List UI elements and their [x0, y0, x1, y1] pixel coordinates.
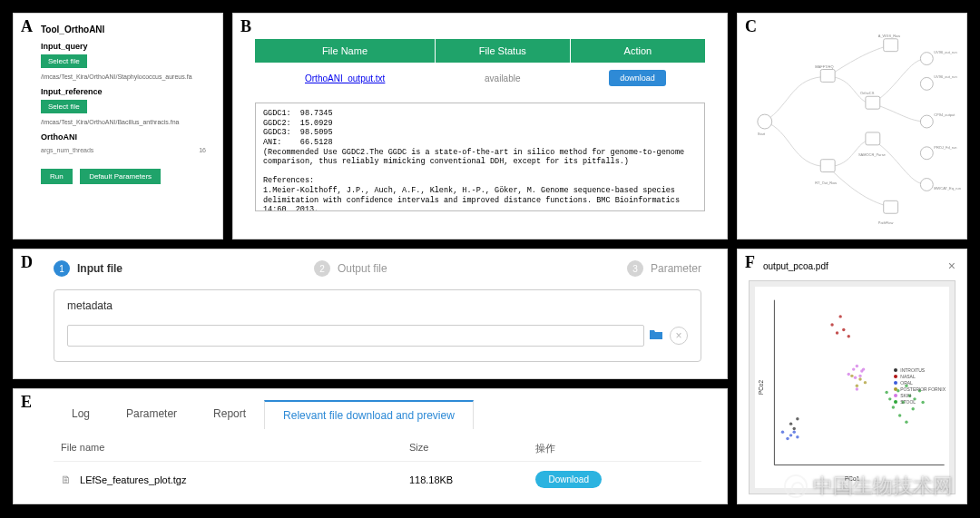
col-action: 操作	[535, 442, 694, 455]
x-axis-label: PCo1	[845, 475, 859, 482]
dl-header-action: Action	[570, 39, 705, 63]
panel-label-d: D	[21, 253, 33, 272]
panel-e: E Log Parameter Report Relevant file dow…	[13, 388, 728, 504]
svg-text:CP94_output: CP94_output	[934, 112, 956, 117]
svg-point-48	[854, 376, 857, 378]
folder-icon[interactable]	[650, 328, 662, 343]
legend-dot-icon	[894, 375, 897, 378]
svg-rect-6	[866, 96, 880, 109]
panel-label-e: E	[21, 393, 32, 412]
tab-report[interactable]: Report	[195, 400, 264, 429]
panel-f: F output_pcoa.pdf × PCo1 PCo2 INTROITUSN…	[737, 249, 967, 504]
tool-section-label: OrthoANI	[41, 132, 211, 142]
svg-rect-8	[866, 132, 880, 145]
legend-label: SKIN	[900, 393, 911, 399]
svg-point-32	[848, 335, 850, 337]
panel-c: C Start MAFFT/HQ RT_Out_Raw OrthoCS SAMO…	[737, 13, 967, 239]
default-parameters-button[interactable]: Default Parameters	[80, 169, 161, 184]
output-file-link[interactable]: OrthoANI_output.txt	[305, 73, 385, 83]
step-indicator: 1 Input file 2 Output file 3 Parameter	[54, 260, 701, 277]
svg-point-22	[920, 179, 933, 191]
file-table-head: File name Size 操作	[54, 436, 701, 461]
close-icon[interactable]: ×	[948, 259, 956, 273]
svg-point-18	[920, 115, 933, 128]
svg-point-44	[856, 365, 858, 367]
select-file-query-button[interactable]: Select file	[41, 54, 87, 68]
legend: INTROITUSNASALORALPOSTERIOR FORNIXSKINST…	[894, 367, 946, 406]
download-table: File Name File Status Action OrthoANI_ou…	[255, 39, 705, 93]
output-text-box: GGDC1: 98.7345 GGDC2: 15.0929 GGDC3: 98.…	[255, 103, 705, 211]
svg-point-49	[862, 367, 865, 370]
panel-d: D 1 Input file 2 Output file 3 Parameter…	[13, 249, 728, 379]
svg-rect-4	[820, 160, 835, 172]
tab-bar: Log Parameter Report Relevant file downl…	[54, 400, 701, 429]
svg-point-34	[781, 431, 784, 434]
svg-text:MAFFT/HQ: MAFFT/HQ	[815, 64, 833, 69]
panel-label-c: C	[745, 17, 757, 36]
svg-point-37	[793, 431, 796, 434]
legend-row: SKIN	[894, 393, 946, 399]
step-input-file[interactable]: 1 Input file	[54, 260, 314, 277]
legend-dot-icon	[894, 400, 897, 404]
dl-header-filename: File Name	[255, 39, 435, 63]
step-label-3: Parameter	[651, 262, 701, 275]
y-axis-label: PCo2	[758, 380, 764, 395]
svg-text:Start: Start	[758, 132, 766, 136]
svg-point-38	[796, 435, 799, 438]
plot-container: PCo1 PCo2 INTROITUSNASALORALPOSTERIOR FO…	[749, 280, 956, 494]
select-file-reference-button[interactable]: Select file	[41, 100, 87, 113]
arg-value: 16	[184, 147, 211, 153]
svg-point-27	[793, 427, 796, 430]
file-size-cell: 118.18KB	[409, 474, 536, 485]
svg-point-39	[858, 377, 861, 380]
metadata-title: metadata	[67, 299, 688, 312]
input-query-label: Input_query	[41, 42, 211, 51]
legend-label: ORAL	[900, 380, 913, 386]
svg-point-26	[789, 422, 792, 425]
input-reference-label: Input_reference	[41, 87, 211, 96]
svg-point-43	[852, 367, 855, 370]
svg-point-30	[838, 315, 841, 318]
step-parameter[interactable]: 3 Parameter	[574, 260, 701, 277]
svg-point-46	[848, 373, 850, 376]
svg-point-59	[898, 414, 901, 416]
tab-parameter[interactable]: Parameter	[108, 400, 195, 429]
file-icon: 🗎	[61, 474, 72, 486]
download-file-button[interactable]: Download	[535, 471, 601, 488]
panel-label-a: A	[21, 17, 33, 36]
svg-point-36	[789, 434, 792, 436]
legend-row: STOOL	[894, 399, 946, 406]
run-button[interactable]: Run	[41, 169, 73, 184]
svg-text:SAMOCR_Parse: SAMOCR_Parse	[858, 152, 887, 157]
legend-row: POSTERIOR FORNIX	[894, 386, 946, 393]
panel-label-f: F	[745, 253, 755, 272]
legend-label: INTROITUS	[900, 367, 925, 374]
svg-rect-10	[884, 39, 898, 52]
metadata-input[interactable]	[67, 325, 644, 347]
panel-b: B File Name File Status Action OrthoANI_…	[232, 13, 728, 239]
svg-point-29	[830, 323, 833, 326]
legend-dot-icon	[894, 387, 897, 391]
svg-point-0	[758, 114, 772, 129]
svg-point-40	[864, 381, 867, 384]
svg-text:OrthoCS: OrthoCS	[860, 91, 875, 95]
workflow-diagram: Start MAFFT/HQ RT_Out_Raw OrthoCS SAMOCR…	[738, 14, 966, 239]
step-num-3: 3	[627, 260, 643, 277]
svg-text:UV96_out_run: UV96_out_run	[934, 74, 957, 79]
file-name-cell: LEfSe_features_plot.tgz	[80, 474, 186, 485]
file-status: available	[435, 63, 570, 93]
table-row: OrthoANI_output.txt available download	[255, 63, 705, 93]
download-button[interactable]: download	[609, 70, 666, 86]
svg-point-47	[858, 375, 861, 377]
svg-point-31	[842, 328, 845, 331]
panel-label-b: B	[240, 17, 251, 36]
step-output-file[interactable]: 2 Output file	[314, 260, 574, 277]
tab-relevant-file[interactable]: Relevant file download and preview	[264, 400, 474, 429]
tab-log[interactable]: Log	[54, 400, 108, 429]
table-row: 🗎 LEfSe_features_plot.tgz 118.18KB Downl…	[54, 461, 701, 497]
clear-input-icon[interactable]: ×	[670, 327, 688, 345]
svg-point-51	[888, 397, 891, 400]
legend-row: NASAL	[894, 374, 946, 380]
svg-text:PROJ_Fd_run: PROJ_Fd_run	[934, 145, 956, 150]
svg-point-61	[911, 407, 914, 410]
